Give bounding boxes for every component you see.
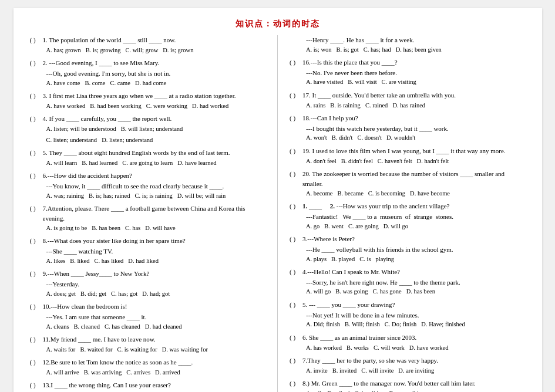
r-q16: ( )16.---Is this the place that you ____… bbox=[290, 58, 526, 87]
q10: ( )10.---How clean the bedroom is! ---Ye… bbox=[30, 302, 266, 332]
page-title: 知识点：动词的时态 bbox=[30, 19, 526, 29]
left-column: ( )1. The population of the world ____ s… bbox=[30, 35, 266, 392]
page: 知识点：动词的时态 ( )1. The population of the wo… bbox=[14, 8, 542, 392]
q11: ( )11.My friend ____ me. I have to leave… bbox=[30, 334, 266, 354]
r-q18: ( )18.---Can I help you? ---I bought thi… bbox=[290, 113, 526, 143]
r-q19: ( )19. I used to love this film when I w… bbox=[290, 146, 526, 166]
r-s3: ( )3.---Where is Peter? ---He ____ volle… bbox=[290, 234, 526, 264]
q1: ( )1. The population of the world ____ s… bbox=[30, 35, 266, 55]
r-q15-cont: ---Henry ____. He has ____ it for a week… bbox=[290, 35, 526, 55]
r-s4: ( )4.---Hello! Can I speak to Mr. White?… bbox=[290, 267, 526, 297]
q13: ( )13.I ____ the wrong thing. Can I use … bbox=[30, 380, 266, 392]
r-s8: ( )8.) Mr. Green ____ to the manager now… bbox=[290, 379, 526, 392]
q6: ( )6.---How did the accident happen? ---… bbox=[30, 171, 266, 201]
q9: ( )9.---When ____ Jessy____ to New York?… bbox=[30, 269, 266, 299]
r-s1: ( ) 1. ____ 2. ---How was your trip to t… bbox=[290, 201, 526, 231]
r-s7: ( )7.They ____ her to the party, so she … bbox=[290, 356, 526, 376]
q4: ( )4. If you ____ carefully, you ____ th… bbox=[30, 114, 266, 145]
r-q17: ( )17. It ____ outside. You'd better tak… bbox=[290, 90, 526, 110]
q7: ( )7.Attention, please. There ____ a foo… bbox=[30, 204, 266, 233]
q12: ( )12.Be sure to let Tom know the notice… bbox=[30, 357, 266, 377]
q8: ( )8.---What does your sister like doing… bbox=[30, 236, 266, 266]
right-column: ---Henry ____. He has ____ it for a week… bbox=[290, 35, 526, 392]
column-divider bbox=[277, 35, 278, 392]
r-q20: ( )20. The zookeeper is worried because … bbox=[290, 169, 526, 198]
r-s6: ( )6. She ____ as an animal trainer sinc… bbox=[290, 333, 526, 353]
q5: ( )5. They ____ about eight hundred Engl… bbox=[30, 148, 266, 168]
r-s5: ( )5. --- ____ you ____ your drawing? --… bbox=[290, 300, 526, 330]
q2: ( )2. ---Good evening, I ____ to see Mis… bbox=[30, 58, 266, 88]
q3: ( )3. I first met Lisa three years ago w… bbox=[30, 91, 266, 111]
